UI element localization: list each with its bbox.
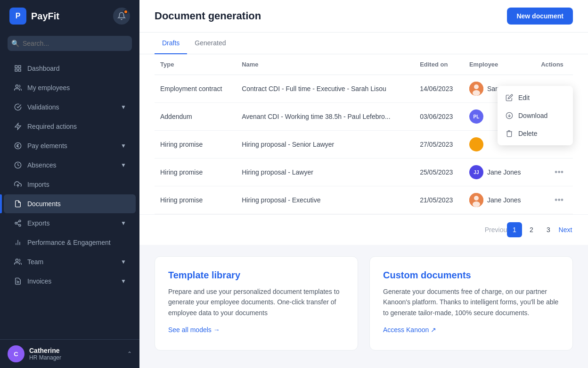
row-type: Addendum [155, 103, 236, 131]
row-actions-button[interactable]: ••• [551, 193, 567, 207]
search-input[interactable] [8, 36, 132, 51]
sidebar-item-performance[interactable]: Performance & Engagement [4, 233, 136, 252]
sidebar-item-imports-label: Imports [27, 181, 126, 188]
actions-dropdown-menu: Edit Download Delete [498, 86, 573, 145]
sidebar-item-required-actions[interactable]: Required actions [4, 117, 136, 136]
row-employee: JJ Jane Jones [464, 159, 535, 186]
employee-name: Jane Jones [487, 196, 521, 204]
users2-icon [13, 257, 23, 267]
row-edited-on: 27/05/2023 [414, 131, 464, 159]
footer-user-name: Catherine [29, 347, 122, 354]
sidebar-item-exports-label: Exports [27, 219, 121, 227]
sidebar-item-validations[interactable]: Validations ▼ [4, 98, 136, 117]
new-document-button[interactable]: New document [507, 8, 573, 25]
pagination: Previous 1 2 3 Next [139, 214, 588, 245]
download-icon [505, 111, 514, 120]
payfit-logo-icon: P [9, 8, 26, 25]
row-name: Contract CDI - Full time - Executive - S… [236, 75, 414, 103]
svg-rect-3 [18, 69, 21, 71]
sidebar-item-exports[interactable]: Exports ▼ [4, 214, 136, 233]
row-edited-on: 21/05/2023 [414, 186, 464, 214]
clock-icon [13, 160, 23, 170]
payfit-logo-text: PayFit [31, 11, 59, 22]
sidebar-header: P PayFit [0, 0, 139, 32]
svg-rect-2 [15, 69, 17, 71]
sidebar-item-team-label: Team [27, 258, 121, 266]
svg-rect-1 [18, 66, 21, 68]
dropdown-download-label: Download [518, 112, 547, 119]
dropdown-download-item[interactable]: Download [498, 107, 573, 125]
search-container: 🔍 [0, 32, 139, 57]
users-icon [13, 83, 23, 92]
row-name: Avenant CDI - Working time 38.5h - Paul … [236, 103, 414, 131]
custom-documents-card: Custom documents Generate your documents… [369, 256, 573, 351]
main-content: Document generation New document Drafts … [139, 0, 588, 368]
row-employee: Jane Jones [464, 186, 535, 214]
notification-button[interactable] [113, 8, 130, 25]
chevron-down-icon: ▼ [121, 104, 126, 110]
pencil-icon [505, 93, 514, 102]
sidebar-item-documents[interactable]: Documents [4, 194, 136, 213]
lightning-icon [13, 122, 23, 131]
table-row: Hiring promise Hiring proposal - Executi… [155, 186, 573, 214]
pagination-page-3[interactable]: 3 [541, 222, 556, 237]
top-bar: Document generation New document [139, 0, 588, 33]
tab-drafts[interactable]: Drafts [155, 33, 187, 54]
row-type: Employment contract [155, 75, 236, 103]
chevron-down-icon: ▼ [121, 162, 126, 168]
tabs: Drafts Generated [139, 33, 588, 54]
employee-avatar: PL [469, 109, 483, 124]
employee-name: Jane Jones [487, 168, 521, 176]
template-library-card: Template library Prepare and use your pe… [155, 256, 358, 351]
template-library-desc: Prepare and use your personalized docume… [168, 286, 344, 318]
sidebar-item-dashboard[interactable]: Dashboard [4, 59, 136, 78]
pagination-next[interactable]: Next [558, 222, 573, 237]
footer-user-info: Catherine HR Manager [29, 347, 122, 361]
dropdown-delete-label: Delete [518, 130, 537, 137]
row-type: Hiring promise [155, 186, 236, 214]
row-name: Hiring proposal - Senior Lawyer [236, 131, 414, 159]
footer-chevron-icon[interactable]: ⌃ [127, 351, 132, 357]
chart-icon [13, 238, 23, 247]
svg-point-6 [15, 142, 21, 149]
row-actions-button[interactable]: ••• [551, 166, 567, 179]
trash-icon [505, 129, 514, 138]
employee-avatar [469, 82, 483, 96]
sidebar-item-invoices[interactable]: Invoices ▼ [4, 272, 136, 291]
sidebar-item-pay-elements[interactable]: Pay elements ▼ [4, 136, 136, 155]
cards-section: Template library Prepare and use your pe… [155, 256, 573, 351]
dropdown-delete-item[interactable]: Delete [498, 125, 573, 142]
svg-line-13 [17, 221, 19, 223]
custom-documents-link[interactable]: Access Kanoon ↗ [383, 326, 436, 334]
pagination-previous[interactable]: Previous [490, 222, 505, 237]
custom-documents-title: Custom documents [383, 270, 559, 281]
chevron-down-icon: ▼ [121, 220, 126, 226]
svg-point-22 [473, 90, 480, 96]
svg-point-11 [19, 225, 21, 226]
pagination-page-2[interactable]: 2 [524, 222, 539, 237]
svg-line-12 [17, 224, 19, 225]
row-actions: ••• [535, 159, 573, 186]
svg-point-9 [19, 220, 21, 222]
template-library-link[interactable]: See all models → [168, 326, 220, 334]
euro-icon [13, 141, 23, 151]
svg-point-25 [473, 201, 480, 207]
svg-point-4 [16, 85, 18, 87]
row-type: Hiring promise [155, 131, 236, 159]
pagination-page-1[interactable]: 1 [507, 222, 522, 237]
sidebar-item-my-employees[interactable]: My employees [4, 78, 136, 97]
sidebar-item-team[interactable]: Team ▼ [4, 252, 136, 271]
sidebar-item-absences[interactable]: Absences ▼ [4, 156, 136, 175]
tab-generated[interactable]: Generated [187, 33, 233, 54]
sidebar-footer: C Catherine HR Manager ⌃ [0, 339, 139, 368]
row-edited-on: 03/06/2023 [414, 103, 464, 131]
col-actions: Actions [535, 54, 573, 75]
grid-icon [13, 64, 23, 73]
col-edited-on: Edited on [414, 54, 464, 75]
content-area: Drafts Generated Type Name Edited on Emp… [139, 33, 588, 368]
dropdown-edit-item[interactable]: Edit [498, 89, 573, 107]
sidebar-item-imports[interactable]: Imports [4, 175, 136, 194]
svg-point-10 [15, 222, 17, 224]
sidebar-item-validations-label: Validations [27, 103, 121, 111]
upload-icon [13, 180, 23, 189]
